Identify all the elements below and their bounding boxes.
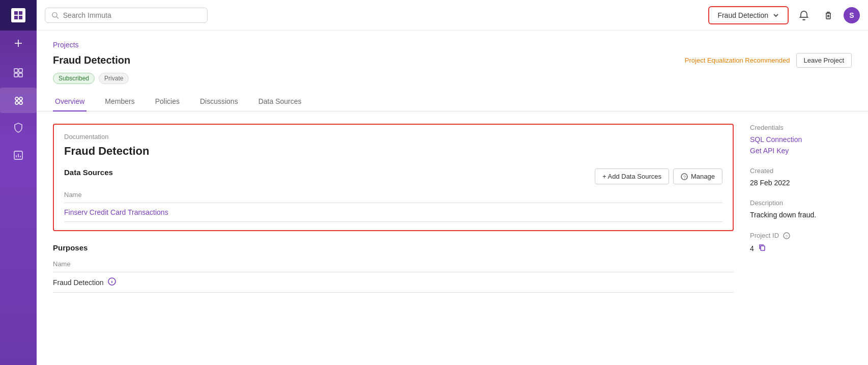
data-sources-actions: + Add Data Sources ? Manage xyxy=(595,169,722,184)
page-title: Fraud Detection xyxy=(53,54,130,66)
svg-rect-0 xyxy=(14,11,18,15)
svg-rect-7 xyxy=(19,69,22,72)
svg-rect-3 xyxy=(19,16,22,19)
svg-point-22 xyxy=(52,12,57,17)
documentation-section: Documentation Fraud Detection Data Sourc… xyxy=(53,124,734,231)
project-id-label: Project ID ? xyxy=(750,231,852,239)
tab-members[interactable]: Members xyxy=(103,92,136,111)
svg-rect-2 xyxy=(14,16,18,19)
page-title-actions: Project Equalization Recommended Leave P… xyxy=(685,53,852,68)
sidebar-item-reports[interactable] xyxy=(0,143,37,168)
credentials-section: Credentials SQL Connection Get API Key xyxy=(750,124,852,155)
purpose-info-icon[interactable] xyxy=(108,277,116,287)
created-value: 28 Feb 2022 xyxy=(750,179,852,187)
user-avatar[interactable]: S xyxy=(844,7,860,23)
table-row: Finserv Credit Card Transactions xyxy=(64,203,722,222)
data-source-link[interactable]: Finserv Credit Card Transactions xyxy=(64,208,168,216)
documentation-label: Documentation xyxy=(64,133,722,141)
svg-point-13 xyxy=(19,101,22,104)
notifications-icon[interactable] xyxy=(795,6,813,24)
sidebar-item-datasets[interactable] xyxy=(0,60,37,86)
tab-overview[interactable]: Overview xyxy=(53,92,86,111)
data-sources-header: Data Sources + Add Data Sources ? Manage xyxy=(64,168,722,185)
add-data-sources-button[interactable]: + Add Data Sources xyxy=(595,169,669,184)
sidebar-item-policies[interactable] xyxy=(0,115,37,141)
svg-text:?: ? xyxy=(785,234,788,239)
sidebar xyxy=(0,0,37,365)
private-tag: Private xyxy=(99,73,129,84)
tag-row: Subscribed Private xyxy=(53,73,852,84)
chevron-down-icon xyxy=(772,12,779,19)
project-id-section: Project ID ? 4 xyxy=(750,231,852,254)
svg-line-23 xyxy=(56,16,59,18)
logo-icon xyxy=(11,8,25,22)
project-selector-label: Fraud Detection xyxy=(717,11,768,19)
data-sources-label: Data Sources xyxy=(64,168,113,177)
sidebar-navigation xyxy=(0,56,37,168)
topbar: Fraud Detection xyxy=(37,0,868,31)
topbar-right: Fraud Detection xyxy=(708,6,860,24)
svg-rect-25 xyxy=(826,13,830,19)
tab-discussions[interactable]: Discussions xyxy=(198,92,240,111)
svg-rect-1 xyxy=(19,11,22,15)
page-content: Projects Fraud Detection Project Equaliz… xyxy=(37,31,868,365)
project-id-row: 4 xyxy=(750,243,852,254)
created-label: Created xyxy=(750,167,852,175)
subscribed-tag: Subscribed xyxy=(53,73,95,84)
search-box[interactable] xyxy=(45,8,208,23)
copy-icon[interactable] xyxy=(758,243,766,254)
documentation-title: Fraud Detection xyxy=(64,145,722,158)
svg-point-11 xyxy=(19,97,22,100)
description-value: Tracking down fraud. xyxy=(750,211,852,219)
tab-data-sources[interactable]: Data Sources xyxy=(256,92,304,111)
svg-point-10 xyxy=(15,97,18,100)
help-circle-icon: ? xyxy=(681,173,688,180)
description-section: Description Tracking down fraud. xyxy=(750,199,852,219)
svg-point-32 xyxy=(111,280,112,280)
tab-policies[interactable]: Policies xyxy=(153,92,182,111)
purpose-name: Fraud Detection xyxy=(53,278,104,287)
api-key-link[interactable]: Get API Key xyxy=(750,147,852,155)
project-id-value: 4 xyxy=(750,244,754,252)
equalization-link[interactable]: Project Equalization Recommended xyxy=(685,57,790,64)
content-layout: Documentation Fraud Detection Data Sourc… xyxy=(53,124,852,293)
sidebar-add-button[interactable] xyxy=(0,31,37,56)
sql-connection-link[interactable]: SQL Connection xyxy=(750,135,852,144)
svg-rect-6 xyxy=(14,69,18,72)
sidebar-logo xyxy=(0,0,37,31)
svg-rect-8 xyxy=(14,73,18,77)
project-id-help-icon[interactable]: ? xyxy=(781,231,790,239)
content-main: Documentation Fraud Detection Data Sourc… xyxy=(53,124,734,293)
purpose-row: Fraud Detection xyxy=(53,272,734,293)
data-sources-col-name: Name xyxy=(64,187,722,203)
purposes-title: Purposes xyxy=(53,243,734,252)
tabs: Overview Members Policies Discussions Da… xyxy=(37,92,868,111)
svg-point-12 xyxy=(15,101,18,104)
main-content: Fraud Detection xyxy=(37,0,868,365)
manage-label: Manage xyxy=(691,173,715,180)
purposes-col-name: Name xyxy=(53,256,734,272)
right-sidebar: Credentials SQL Connection Get API Key C… xyxy=(750,124,852,293)
created-section: Created 28 Feb 2022 xyxy=(750,167,852,187)
svg-rect-35 xyxy=(761,246,765,250)
credentials-label: Credentials xyxy=(750,124,852,131)
manage-button[interactable]: ? Manage xyxy=(673,169,722,184)
svg-rect-9 xyxy=(19,73,22,77)
search-icon xyxy=(51,11,59,19)
search-input[interactable] xyxy=(63,11,201,19)
breadcrumb[interactable]: Projects xyxy=(53,41,852,49)
trash-icon[interactable] xyxy=(819,6,837,24)
purposes-section: Purposes Name Fraud Detection xyxy=(53,243,734,293)
project-selector[interactable]: Fraud Detection xyxy=(708,6,789,24)
page-title-row: Fraud Detection Project Equalization Rec… xyxy=(53,53,852,68)
description-label: Description xyxy=(750,199,852,207)
sidebar-item-projects[interactable] xyxy=(0,88,37,113)
svg-text:?: ? xyxy=(683,175,686,180)
leave-project-button[interactable]: Leave Project xyxy=(796,53,852,68)
